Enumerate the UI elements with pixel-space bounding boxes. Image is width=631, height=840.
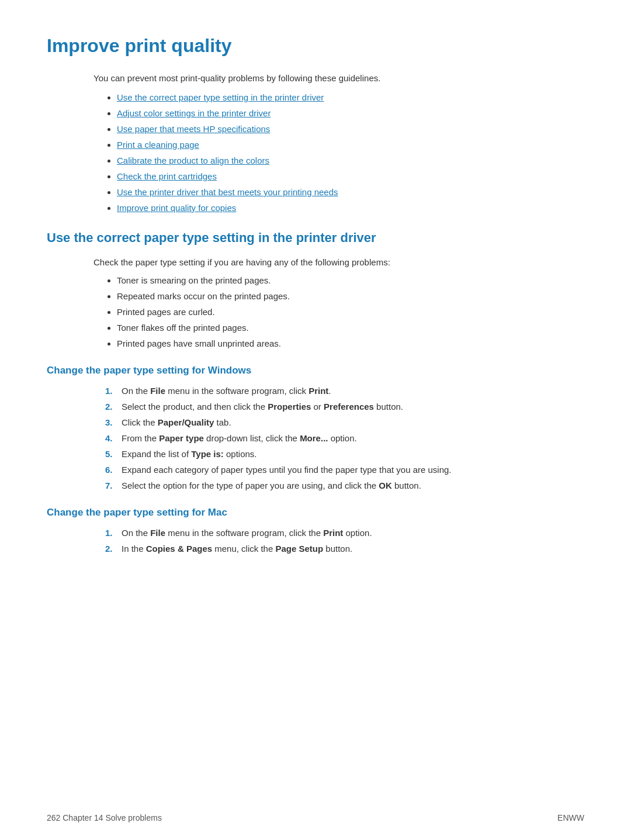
step-number: 1. <box>105 386 117 396</box>
step-number: 4. <box>105 433 117 443</box>
step-text: From the Paper type drop-down list, clic… <box>122 433 357 443</box>
toc-link-1[interactable]: Use the correct paper type setting in th… <box>117 92 324 102</box>
section1-body: Check the paper type setting if you are … <box>93 257 584 267</box>
list-item: 7. Select the option for the type of pap… <box>105 481 584 490</box>
page-footer: 262 Chapter 14 Solve problems ENWW <box>0 813 631 822</box>
list-item: Check the print cartridges <box>117 171 584 181</box>
toc-list: Use the correct paper type setting in th… <box>117 92 584 213</box>
list-item: Printed pages are curled. <box>117 307 584 317</box>
step-number: 6. <box>105 465 117 475</box>
list-item: Printed pages have small unprinted areas… <box>117 338 584 348</box>
list-item: Use paper that meets HP specifications <box>117 124 584 134</box>
step-number: 2. <box>105 544 117 554</box>
footer-right: ENWW <box>557 813 584 822</box>
step-text: Expand each category of paper types unti… <box>122 465 452 475</box>
windows-steps: 1. On the File menu in the software prog… <box>105 386 584 490</box>
subsection2-title: Change the paper type setting for Mac <box>47 507 584 518</box>
list-item: Toner is smearing on the printed pages. <box>117 275 584 285</box>
list-item: Use the printer driver that best meets y… <box>117 187 584 197</box>
footer-left: 262 Chapter 14 Solve problems <box>47 813 162 822</box>
list-item: Use the correct paper type setting in th… <box>117 92 584 102</box>
step-text: On the File menu in the software program… <box>122 528 372 538</box>
toc-link-8[interactable]: Improve print quality for copies <box>117 203 236 213</box>
step-text: Click the Paper/Quality tab. <box>122 417 231 427</box>
list-item: 4. From the Paper type drop-down list, c… <box>105 433 584 443</box>
list-item: 6. Expand each category of paper types u… <box>105 465 584 475</box>
step-number: 3. <box>105 417 117 427</box>
page-content: Improve print quality You can prevent mo… <box>0 0 631 609</box>
toc-link-5[interactable]: Calibrate the product to align the color… <box>117 155 269 165</box>
list-item: Improve print quality for copies <box>117 203 584 213</box>
step-number: 2. <box>105 402 117 412</box>
intro-text: You can prevent most print-quality probl… <box>93 73 584 83</box>
step-text: Select the option for the type of paper … <box>122 481 421 490</box>
list-item: Repeated marks occur on the printed page… <box>117 291 584 301</box>
list-item: 5. Expand the list of Type is: options. <box>105 449 584 459</box>
toc-link-7[interactable]: Use the printer driver that best meets y… <box>117 187 338 197</box>
list-item: 1. On the File menu in the software prog… <box>105 386 584 396</box>
step-text: In the Copies & Pages menu, click the Pa… <box>122 544 352 554</box>
step-text: On the File menu in the software program… <box>122 386 331 396</box>
step-number: 7. <box>105 481 117 490</box>
list-item: 2. Select the product, and then click th… <box>105 402 584 412</box>
step-text: Select the product, and then click the P… <box>122 402 403 412</box>
toc-link-2[interactable]: Adjust color settings in the printer dri… <box>117 108 271 118</box>
section1-bullets: Toner is smearing on the printed pages. … <box>117 275 584 348</box>
toc-link-6[interactable]: Check the print cartridges <box>117 171 217 181</box>
list-item: 2. In the Copies & Pages menu, click the… <box>105 544 584 554</box>
list-item: Print a cleaning page <box>117 140 584 150</box>
list-item: 3. Click the Paper/Quality tab. <box>105 417 584 427</box>
list-item: Toner flakes off the printed pages. <box>117 323 584 333</box>
step-number: 5. <box>105 449 117 459</box>
subsection1-title: Change the paper type setting for Window… <box>47 365 584 376</box>
toc-link-4[interactable]: Print a cleaning page <box>117 140 199 150</box>
toc-link-3[interactable]: Use paper that meets HP specifications <box>117 124 270 134</box>
step-number: 1. <box>105 528 117 538</box>
list-item: 1. On the File menu in the software prog… <box>105 528 584 538</box>
list-item: Calibrate the product to align the color… <box>117 155 584 165</box>
list-item: Adjust color settings in the printer dri… <box>117 108 584 118</box>
main-title: Improve print quality <box>47 35 584 57</box>
mac-steps: 1. On the File menu in the software prog… <box>105 528 584 554</box>
step-text: Expand the list of Type is: options. <box>122 449 257 459</box>
section1-title: Use the correct paper type setting in th… <box>47 230 584 246</box>
